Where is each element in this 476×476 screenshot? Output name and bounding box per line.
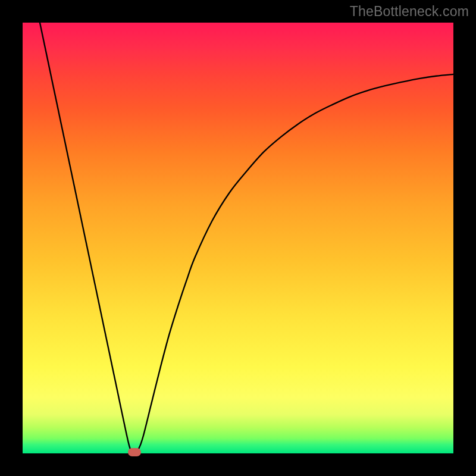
chart-frame: TheBottleneck.com [0, 0, 476, 476]
watermark-text: TheBottleneck.com [350, 4, 469, 20]
plot-area [23, 23, 453, 453]
bottleneck-curve [23, 23, 453, 453]
optimum-marker [128, 448, 141, 456]
